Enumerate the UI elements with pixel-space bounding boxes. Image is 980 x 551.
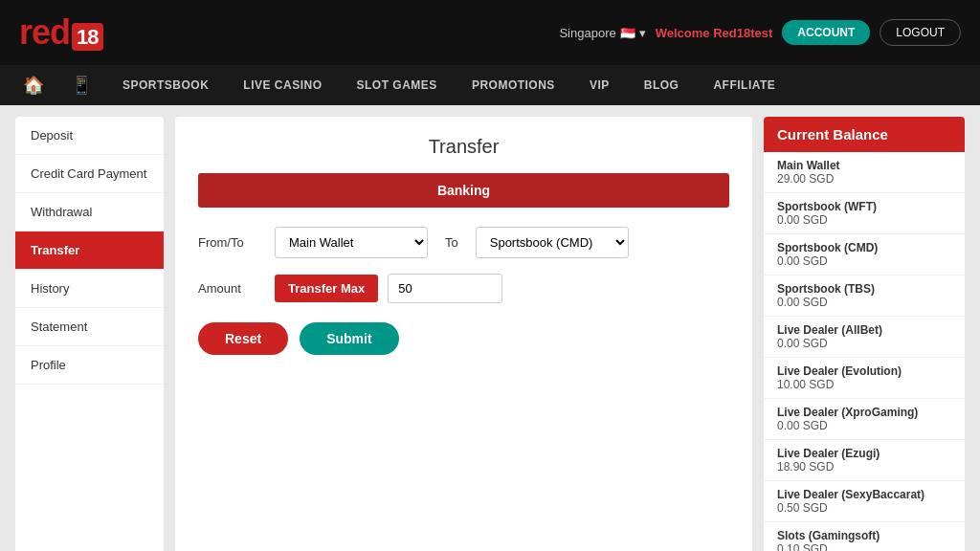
region-label: Singapore [559,26,615,40]
username: Red18test [713,26,772,40]
transfer-max-button[interactable]: Transfer Max [275,275,378,302]
balance-item: Slots (Gamingsoft)0.10 SGD [764,522,965,551]
balance-item: Main Wallet29.00 SGD [764,152,965,193]
balance-item-value: 0.00 SGD [777,337,951,350]
logo: red18 [19,12,103,53]
balance-header: Current Balance [764,117,965,152]
nav-live-casino[interactable]: LIVE CASINO [226,65,339,105]
balance-item-label: Sportsbook (TBS) [777,282,951,296]
balance-item: Live Dealer (SexyBaccarat)0.50 SGD [764,481,965,522]
balance-item-value: 0.00 SGD [777,419,951,432]
balance-item: Sportsbook (CMD)0.00 SGD [764,234,965,276]
logo-text: red18 [19,12,103,53]
balance-list: Main Wallet29.00 SGDSportsbook (WFT)0.00… [764,152,965,551]
logout-button[interactable]: LOGOUT [880,19,961,46]
balance-item-value: 0.50 SGD [777,501,951,515]
mobile-icon[interactable]: 📱 [57,75,105,96]
balance-item: Live Dealer (Ezugi)18.90 SGD [764,440,965,481]
balance-item: Sportsbook (TBS)0.00 SGD [764,276,965,317]
balance-item-value: 0.00 SGD [777,213,951,227]
balance-item-label: Sportsbook (CMD) [777,241,951,254]
balance-item-label: Live Dealer (AllBet) [777,323,951,337]
balance-item-value: 0.10 SGD [777,542,951,551]
amount-row: Amount Transfer Max [198,274,729,303]
home-icon[interactable]: 🏠 [10,75,57,96]
sidebar-item-statement[interactable]: Statement [15,308,164,346]
balance-item: Sportsbook (WFT)0.00 SGD [764,193,965,234]
nav-blog[interactable]: BLOG [627,65,697,105]
balance-item-value: 0.00 SGD [777,254,951,268]
from-to-label: From/To [198,235,265,250]
balance-item: Live Dealer (XproGaming)0.00 SGD [764,399,965,440]
to-label: To [437,235,466,250]
nav-affiliate[interactable]: AFFILIATE [696,65,792,105]
region-selector[interactable]: Singapore 🇸🇬 ▾ [559,26,645,40]
sidebar-item-credit-card[interactable]: Credit Card Payment [15,155,164,193]
logo-18: 18 [72,23,102,51]
reset-button[interactable]: Reset [198,322,288,355]
balance-item-label: Sportsbook (WFT) [777,200,951,213]
submit-button[interactable]: Submit [300,322,398,355]
top-right-area: Singapore 🇸🇬 ▾ Welcome Red18test ACCOUNT… [559,19,961,46]
balance-item-value: 29.00 SGD [777,172,951,186]
flag-icon: 🇸🇬 [620,26,635,40]
nav-vip[interactable]: VIP [572,65,627,105]
main-wrapper: Deposit Credit Card Payment Withdrawal T… [0,105,980,551]
balance-item-value: 18.90 SGD [777,460,951,474]
balance-item-label: Main Wallet [777,159,951,172]
nav-promotions[interactable]: PROMOTIONS [455,65,572,105]
sidebar-item-history[interactable]: History [15,270,164,308]
balance-item-value: 0.00 SGD [777,296,951,309]
nav-slot-games[interactable]: SLOT GAMES [340,65,455,105]
content-area: Transfer Banking From/To Main Wallet To … [175,117,752,551]
balance-item-label: Live Dealer (Evolution) [777,364,951,378]
chevron-down-icon: ▾ [639,26,646,40]
page-title: Transfer [198,136,729,158]
balance-item-label: Live Dealer (SexyBaccarat) [777,488,951,501]
to-select[interactable]: Sportsbook (CMD) [476,227,629,258]
balance-item-value: 10.00 SGD [777,378,951,391]
from-select[interactable]: Main Wallet [275,227,428,258]
sidebar: Deposit Credit Card Payment Withdrawal T… [15,117,164,551]
welcome-text: Welcome Red18test [656,26,773,40]
banking-header: Banking [198,173,729,208]
action-buttons: Reset Submit [198,322,729,355]
balance-item: Live Dealer (Evolution)10.00 SGD [764,358,965,399]
top-bar: red18 Singapore 🇸🇬 ▾ Welcome Red18test A… [0,0,980,65]
sidebar-item-profile[interactable]: Profile [15,346,164,385]
balance-item: Live Dealer (AllBet)0.00 SGD [764,317,965,358]
account-button[interactable]: ACCOUNT [782,20,870,45]
balance-panel: Current Balance Main Wallet29.00 SGDSpor… [764,117,965,551]
balance-item-label: Live Dealer (XproGaming) [777,406,951,419]
sidebar-item-transfer[interactable]: Transfer [15,231,164,270]
balance-item-label: Slots (Gamingsoft) [777,529,951,542]
sidebar-item-deposit[interactable]: Deposit [15,117,164,155]
amount-input[interactable] [388,274,502,303]
nav-bar: 🏠 📱 SPORTSBOOK LIVE CASINO SLOT GAMES PR… [0,65,980,105]
amount-label: Amount [198,281,265,296]
nav-sportsbook[interactable]: SPORTSBOOK [105,65,226,105]
balance-item-label: Live Dealer (Ezugi) [777,447,951,460]
sidebar-item-withdrawal[interactable]: Withdrawal [15,193,164,231]
from-to-row: From/To Main Wallet To Sportsbook (CMD) [198,227,729,258]
